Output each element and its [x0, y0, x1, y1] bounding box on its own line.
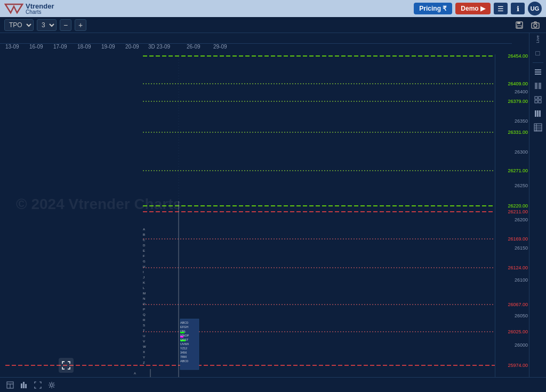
svg-text:H: H	[143, 265, 145, 268]
svg-text:U: U	[143, 334, 145, 338]
svg-text:W: W	[143, 345, 146, 348]
toolbar-right	[513, 19, 542, 31]
price-lines-svg: A B C D E F G H I J K L M N O P Q	[0, 44, 495, 381]
svg-text:E: E	[143, 249, 145, 252]
svg-rect-71	[535, 69, 541, 70]
svg-text:K: K	[143, 281, 145, 284]
svg-rect-78	[535, 100, 537, 103]
date-29-09: 29-09	[213, 44, 227, 50]
price-26169: 26169.00	[508, 236, 528, 242]
svg-text:C: C	[143, 238, 146, 242]
svg-text:IJKL: IJKL	[180, 330, 186, 333]
svg-text:I: I	[143, 270, 144, 274]
svg-rect-3	[517, 22, 520, 24]
svg-rect-76	[535, 97, 537, 99]
date-19-09: 19-09	[101, 44, 115, 50]
price-26150: 26150	[515, 245, 528, 251]
svg-text:YZ12: YZ12	[180, 347, 187, 350]
svg-text:Y: Y	[143, 356, 145, 359]
pricing-button[interactable]: Pricing ₹	[414, 3, 452, 14]
interval-select[interactable]: 3	[37, 19, 57, 31]
table-view-button[interactable]	[4, 380, 16, 390]
logo-vtrend: Vtrender	[26, 3, 54, 10]
svg-point-6	[534, 24, 537, 27]
svg-rect-82	[539, 110, 541, 117]
minus-button[interactable]: −	[60, 19, 71, 31]
menu-button[interactable]: ☰	[494, 3, 508, 14]
date-16-09: 16-09	[29, 44, 43, 50]
svg-text:T: T	[143, 329, 145, 332]
chart-area[interactable]: © 2024 Vtrender Charts	[0, 44, 495, 381]
logo-text: Vtrender Charts	[26, 3, 54, 15]
svg-text:Z: Z	[143, 361, 145, 364]
main: © 2024 Vtrender Charts	[0, 33, 546, 381]
svg-text:N: N	[143, 297, 145, 300]
chart-type-select[interactable]: TPO	[4, 19, 34, 31]
svg-text:R: R	[143, 318, 146, 322]
svg-text:Q: Q	[143, 313, 146, 316]
svg-rect-72	[535, 71, 541, 73]
price-26100: 26100	[515, 277, 528, 283]
svg-rect-74	[535, 83, 537, 89]
date-3d-23-09: 3D 23-09	[148, 44, 170, 50]
svg-rect-91	[21, 383, 22, 388]
fullscreen-toggle-button[interactable]	[32, 380, 44, 390]
date-17-09: 17-09	[53, 44, 67, 50]
price-26211: 26211.00	[508, 209, 528, 214]
svg-rect-75	[539, 83, 541, 89]
demo-button[interactable]: Demo ▶	[455, 3, 491, 14]
logo-icon	[4, 2, 23, 15]
svg-text:ABCD: ABCD	[180, 359, 188, 363]
settings-cog-button[interactable]	[46, 380, 58, 390]
price-26067: 26067.00	[508, 302, 528, 307]
live-label: Live	[535, 35, 540, 43]
svg-rect-80	[535, 110, 536, 117]
header: Vtrender Charts Pricing ₹ Demo ▶ ☰ ℹ UG	[0, 0, 546, 17]
square-icon[interactable]: □	[532, 47, 544, 59]
price-26250: 26250	[515, 183, 528, 188]
fullscreen-button[interactable]	[59, 358, 74, 373]
save-button[interactable]	[513, 19, 526, 31]
price-26124: 26124.00	[508, 265, 528, 270]
svg-text:L: L	[143, 286, 145, 290]
date-13-09: 13-09	[5, 44, 19, 50]
price-26220: 26220.00	[508, 203, 528, 209]
svg-text:7890: 7890	[180, 355, 187, 358]
svg-text:B: B	[143, 233, 145, 236]
info-button[interactable]: ℹ	[511, 3, 525, 14]
price-26300: 26300	[515, 149, 528, 155]
table-icon[interactable]	[532, 122, 544, 133]
svg-rect-22	[180, 336, 183, 338]
svg-text:ABCD: ABCD	[180, 321, 188, 324]
svg-text:P: P	[143, 308, 145, 311]
svg-rect-79	[539, 100, 541, 103]
columns-icon[interactable]	[532, 108, 544, 119]
svg-rect-23	[180, 340, 186, 341]
plus-button[interactable]: +	[75, 19, 86, 31]
svg-text:EFGH: EFGH	[180, 325, 188, 329]
svg-rect-81	[537, 110, 539, 117]
watermark: © 2024 Vtrender Charts	[16, 196, 181, 213]
logo-area: Vtrender Charts	[4, 2, 54, 15]
price-26200: 26200	[515, 217, 528, 222]
svg-text:QRST: QRST	[180, 338, 189, 341]
lines-icon[interactable]	[532, 66, 544, 78]
grid-icon[interactable]	[532, 94, 544, 106]
svg-text:X: X	[143, 350, 145, 354]
bars-view-button[interactable]	[18, 380, 30, 390]
svg-text:S: S	[143, 324, 145, 327]
bottom-toolbar	[0, 377, 546, 392]
svg-text:G: G	[143, 260, 146, 263]
lines2-icon[interactable]	[532, 80, 544, 92]
camera-button[interactable]	[529, 19, 542, 31]
svg-rect-4	[517, 26, 521, 28]
price-26400: 26400	[515, 89, 528, 94]
price-26409: 26409.00	[508, 81, 528, 86]
svg-text:M: M	[143, 292, 146, 295]
sidebar-divider-1	[533, 62, 543, 63]
user-avatar[interactable]: UG	[528, 2, 542, 15]
svg-text:A: A	[134, 372, 136, 375]
price-26379: 26379.00	[508, 99, 528, 104]
svg-text:3456: 3456	[180, 351, 187, 354]
svg-point-94	[51, 383, 53, 386]
